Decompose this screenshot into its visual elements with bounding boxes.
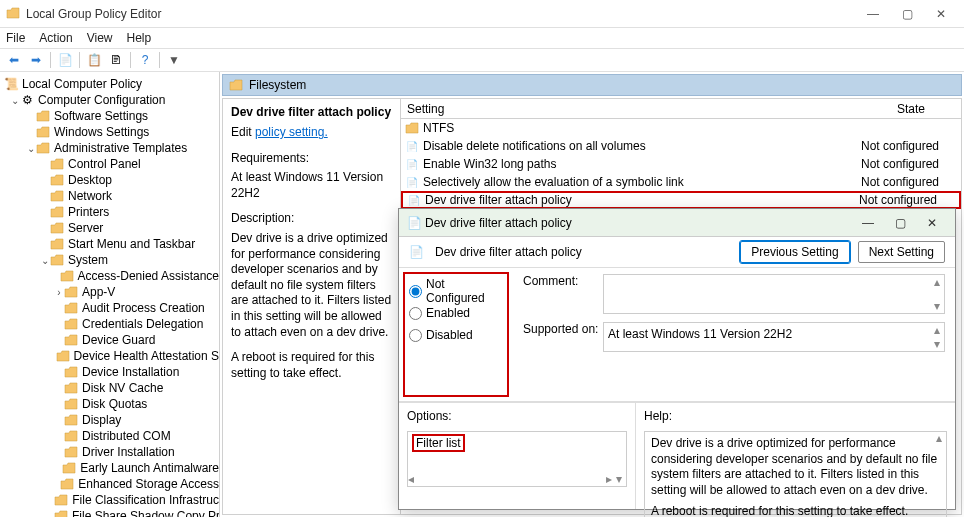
row-icon: 📄 <box>407 195 421 206</box>
tree-root[interactable]: 📜 Local Computer Policy <box>0 76 219 92</box>
app-icon <box>6 7 20 21</box>
tree-item[interactable]: Driver Installation <box>0 444 219 460</box>
tree-item[interactable]: File Share Shadow Copy Pro <box>0 508 219 517</box>
col-state[interactable]: State <box>861 102 961 116</box>
next-setting-button[interactable]: Next Setting <box>858 241 945 263</box>
folder-icon <box>50 206 64 218</box>
tree-item[interactable]: ›App-V <box>0 284 219 300</box>
scroll-up-icon[interactable]: ▴ <box>932 432 946 446</box>
tree-item[interactable]: Disk Quotas <box>0 396 219 412</box>
caret-icon: ⌄ <box>26 143 36 154</box>
filter-list-label: Filter list <box>412 434 465 452</box>
tree-item[interactable]: Device Health Attestation S <box>0 348 219 364</box>
prev-setting-button[interactable]: Previous Setting <box>740 241 849 263</box>
dialog-subheader: 📄 Dev drive filter attach policy Previou… <box>399 237 955 267</box>
setting-row[interactable]: 📄Enable Win32 long pathsNot configured <box>401 155 961 173</box>
menu-help[interactable]: Help <box>127 31 152 45</box>
tree-item[interactable]: ⌄Administrative Templates <box>0 140 219 156</box>
toolbar: ⬅ ➡ 📄 📋 🖹 ? ▼ <box>0 48 964 72</box>
window-title: Local Group Policy Editor <box>26 7 856 21</box>
radio-enabled[interactable]: Enabled <box>409 302 503 324</box>
edit-policy-link[interactable]: policy setting. <box>255 125 328 139</box>
row-icon: 📄 <box>405 141 419 152</box>
export-button[interactable]: 📋 <box>84 50 104 70</box>
folder-icon <box>36 126 50 138</box>
filter-list-box[interactable]: Filter list ◂▸ ▾ <box>407 431 627 487</box>
description-text: Dev drive is a drive optimized for perfo… <box>231 231 392 340</box>
tree-item[interactable]: Control Panel <box>0 156 219 172</box>
scroll-up-icon[interactable]: ▴ <box>930 323 944 337</box>
supported-label: Supported on: <box>523 322 603 352</box>
scroll-down-icon[interactable]: ▾ <box>612 472 626 486</box>
menu-view[interactable]: View <box>87 31 113 45</box>
folder-icon <box>64 286 78 298</box>
setting-row[interactable]: 📄Disable delete notifications on all vol… <box>401 137 961 155</box>
folder-icon <box>64 414 78 426</box>
tree-view[interactable]: 📜 Local Computer Policy ⌄ ⚙ Computer Con… <box>0 72 220 517</box>
dialog-subtitle: Dev drive filter attach policy <box>435 245 732 259</box>
scroll-down-icon[interactable]: ▾ <box>930 337 944 351</box>
tree-item[interactable]: Server <box>0 220 219 236</box>
menu-action[interactable]: Action <box>39 31 72 45</box>
menu-file[interactable]: File <box>6 31 25 45</box>
scroll-up-icon[interactable]: ▴ <box>930 275 944 289</box>
tree-item[interactable]: Network <box>0 188 219 204</box>
dialog-titlebar: 📄 Dev drive filter attach policy — ▢ ✕ <box>399 209 955 237</box>
dialog-minimize-button[interactable]: — <box>853 213 883 233</box>
tree-item[interactable]: Software Settings <box>0 108 219 124</box>
description-label: Description: <box>231 211 392 227</box>
tree-item[interactable]: Display <box>0 412 219 428</box>
options-label: Options: <box>407 409 627 423</box>
tree-item[interactable]: Desktop <box>0 172 219 188</box>
tree-computer-config[interactable]: ⌄ ⚙ Computer Configuration <box>0 92 219 108</box>
tree-item[interactable]: Access-Denied Assistance <box>0 268 219 284</box>
filter-button[interactable]: ▼ <box>164 50 184 70</box>
tree-item[interactable]: Early Launch Antimalware <box>0 460 219 476</box>
maximize-button[interactable]: ▢ <box>890 4 924 24</box>
close-button[interactable]: ✕ <box>924 4 958 24</box>
minimize-button[interactable]: — <box>856 4 890 24</box>
tree-item[interactable]: Device Installation <box>0 364 219 380</box>
content-title: Filesystem <box>249 78 306 92</box>
up-button[interactable]: 📄 <box>55 50 75 70</box>
tree-item[interactable]: Start Menu and Taskbar <box>0 236 219 252</box>
setting-row[interactable]: 📄Dev drive filter attach policyNot confi… <box>401 191 961 209</box>
row-icon: 📄 <box>405 159 419 170</box>
folder-icon <box>64 398 78 410</box>
tree-item[interactable]: Enhanced Storage Access <box>0 476 219 492</box>
tree-item[interactable]: Windows Settings <box>0 124 219 140</box>
tree-item[interactable]: File Classification Infrastruc <box>0 492 219 508</box>
tree-item[interactable]: Printers <box>0 204 219 220</box>
tree-item[interactable]: Disk NV Cache <box>0 380 219 396</box>
dialog-close-button[interactable]: ✕ <box>917 213 947 233</box>
tree-item[interactable]: ⌄System <box>0 252 219 268</box>
refresh-button[interactable]: 🖹 <box>106 50 126 70</box>
col-setting[interactable]: Setting <box>401 102 861 116</box>
reboot-text: A reboot is required for this setting to… <box>231 350 392 381</box>
setting-row[interactable]: NTFS <box>401 119 961 137</box>
settings-header: Setting State <box>401 99 961 119</box>
policy-icon: 📜 <box>4 78 18 90</box>
help-text-box: Dev drive is a drive optimized for perfo… <box>644 431 947 517</box>
radio-disabled[interactable]: Disabled <box>409 324 503 346</box>
folder-icon <box>64 382 78 394</box>
folder-icon <box>50 174 64 186</box>
back-button[interactable]: ⬅ <box>4 50 24 70</box>
folder-icon <box>56 350 70 362</box>
scroll-down-icon[interactable]: ▾ <box>930 299 944 313</box>
comment-textarea[interactable]: ▴ ▾ <box>603 274 945 314</box>
tree-item[interactable]: Device Guard <box>0 332 219 348</box>
options-pane: Options: Filter list ◂▸ ▾ <box>399 403 635 509</box>
help-pane: Help: Dev drive is a drive optimized for… <box>635 403 955 509</box>
radio-not-configured[interactable]: Not Configured <box>409 280 503 302</box>
tree-item[interactable]: Distributed COM <box>0 428 219 444</box>
folder-icon <box>50 158 64 170</box>
help-button[interactable]: ? <box>135 50 155 70</box>
scroll-left-icon[interactable]: ◂ <box>408 472 414 486</box>
setting-row[interactable]: 📄Selectively allow the evaluation of a s… <box>401 173 961 191</box>
tree-item[interactable]: Credentials Delegation <box>0 316 219 332</box>
tree-item[interactable]: Audit Process Creation <box>0 300 219 316</box>
dialog-maximize-button[interactable]: ▢ <box>885 213 915 233</box>
requirements-text: At least Windows 11 Version 22H2 <box>231 170 392 201</box>
forward-button[interactable]: ➡ <box>26 50 46 70</box>
